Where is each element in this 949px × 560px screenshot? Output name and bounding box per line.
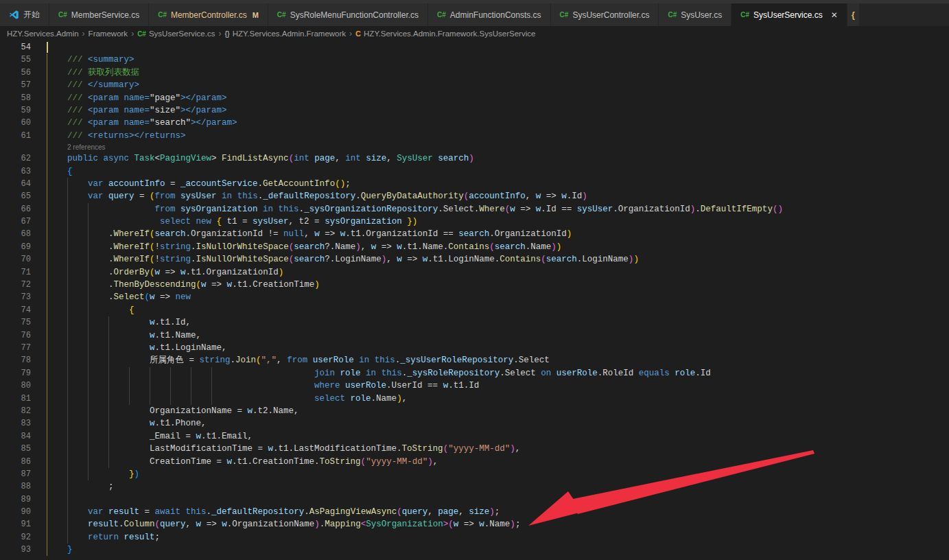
code-token: .RoleId — [598, 369, 634, 378]
tab-MemberService.cs[interactable]: C#MemberService.cs — [49, 3, 149, 26]
code-text: _Email = w.t1.Email, — [47, 430, 253, 443]
code-token: /// — [47, 68, 88, 78]
breadcrumb-item[interactable]: {}HZY.Services.Admin.Framework — [224, 30, 346, 38]
code-line[interactable]: 84 _Email = w.t1.Email, — [0, 430, 949, 443]
breadcrumb-item[interactable]: CHZY.Services.Admin.Framework.SysUserSer… — [355, 30, 535, 38]
code-token: /// — [47, 118, 88, 128]
line-number: 71 — [0, 266, 47, 279]
tab-AdminFunctionConsts.cs[interactable]: C#AdminFunctionConsts.cs — [428, 3, 551, 26]
line-number: 54 — [0, 41, 47, 54]
breadcrumb-item[interactable]: HZY.Services.Admin — [7, 30, 79, 38]
tab-SysUser.cs[interactable]: C#SysUser.cs — [659, 3, 731, 26]
code-token: in — [217, 191, 233, 201]
code-line[interactable]: 62 public async Task<PagingView> FindLis… — [0, 152, 949, 165]
code-text: /// <param name="search"></param> — [47, 117, 237, 129]
code-line[interactable]: 79 join role in this._sysRoleRepository.… — [0, 367, 949, 380]
code-line[interactable]: 75 w.t1.Id, — [0, 316, 949, 329]
code-token: size — [469, 507, 489, 517]
code-token: ) — [489, 507, 495, 517]
code-line[interactable]: 89 — [0, 493, 949, 506]
breadcrumb[interactable]: HZY.Services.Admin›Framework›C#SysUserSe… — [0, 26, 949, 41]
tab-MemberController.cs[interactable]: C#MemberController.csM — [149, 3, 268, 26]
code-line[interactable]: 85 LastModificationTime = w.t1.LastModif… — [0, 443, 949, 455]
code-line[interactable]: 55 /// <summary> — [0, 54, 949, 66]
line-number: 60 — [0, 117, 47, 129]
tab-json-file[interactable]: { — [847, 3, 860, 26]
code-line[interactable]: 86 CreationTime = w.t1.CreationTime.ToSt… — [0, 456, 949, 468]
breadcrumb-item[interactable]: C#SysUserService.cs — [137, 30, 215, 38]
code-line[interactable]: 87 }) — [0, 468, 949, 480]
tab-开始[interactable]: 开始 — [0, 3, 49, 26]
code-line[interactable]: 91 result.Column(query, w => w.Organizat… — [0, 518, 949, 530]
code-token: . — [231, 355, 236, 365]
code-line[interactable]: 60 /// <param name="search"></param> — [0, 117, 949, 129]
code-line[interactable]: 73 .Select(w => new — [0, 291, 949, 303]
code-line[interactable]: 67 select new { t1 = sysUser, t2 = sysOr… — [0, 215, 949, 228]
line-number: 70 — [0, 253, 47, 266]
code-line[interactable]: 65 var query = (from sysUser in this._de… — [0, 190, 949, 202]
code-token: on — [536, 369, 552, 378]
code-token: IsNullOrWhiteSpace — [196, 242, 289, 252]
code-line[interactable]: 76 w.t1.Name, — [0, 329, 949, 342]
code-token: .t2.Name, — [253, 406, 299, 416]
code-line[interactable]: 81 select role.Name), — [0, 393, 949, 405]
code-line[interactable]: 83 w.t1.Phone, — [0, 417, 949, 430]
code-line[interactable]: 68 .WhereIf(search.OrganizationId != nul… — [0, 228, 949, 240]
code-token: select — [160, 217, 191, 226]
code-token: role — [670, 369, 696, 378]
code-line[interactable]: 78 所属角色 = string.Join(",", from userRole… — [0, 354, 949, 366]
code-editor[interactable]: 5455 /// <summary>56 /// 获取列表数据57 /// </… — [0, 41, 949, 560]
code-token: where — [314, 381, 340, 390]
code-line[interactable]: 82 OrganizationName = w.t2.Name, — [0, 405, 949, 417]
code-line[interactable]: 88 ; — [0, 480, 949, 493]
tab-SysUserService.cs[interactable]: C#SysUserService.cs✕ — [731, 3, 847, 26]
line-number: 72 — [0, 279, 47, 291]
code-line[interactable]: 63 { — [0, 165, 949, 178]
code-line[interactable]: 66 from sysOrganization in this._sysOrga… — [0, 203, 949, 215]
breadcrumb-separator-icon: › — [218, 29, 221, 38]
code-token: ) — [279, 268, 284, 277]
code-token: Join — [235, 355, 256, 365]
code-line[interactable]: 56 /// 获取列表数据 — [0, 67, 949, 79]
code-line[interactable]: 59 /// <param name="size"></param> — [0, 104, 949, 117]
codelens-references[interactable]: 2 references — [47, 142, 106, 152]
code-token: } — [67, 545, 73, 555]
line-number: 93 — [0, 544, 47, 556]
tab-SysRoleMenuFunctionController.cs[interactable]: C#SysRoleMenuFunctionController.cs — [268, 3, 428, 26]
code-line[interactable]: 93 } — [0, 544, 949, 556]
code-token: string — [200, 355, 231, 365]
line-number: 83 — [0, 417, 47, 430]
code-token: }) — [402, 217, 418, 226]
code-token: result — [119, 533, 155, 542]
code-token: w — [180, 268, 186, 277]
code-token: w — [222, 520, 227, 529]
code-line[interactable]: 57 /// </summary> — [0, 79, 949, 91]
code-line[interactable]: 64 var accountInfo = _accountService.Get… — [0, 178, 949, 190]
code-line[interactable]: 69 .WhereIf(!string.IsNullOrWhiteSpace(s… — [0, 241, 949, 253]
code-token: query — [160, 520, 186, 529]
code-token: SysUser — [397, 154, 433, 163]
code-line[interactable]: 54 — [0, 41, 949, 54]
code-line[interactable]: 71 .OrderBy(w => w.t1.OrganizationId) — [0, 266, 949, 279]
code-line[interactable]: 61 /// <returns></returns> — [0, 130, 949, 142]
code-line[interactable]: 77 w.t1.LoginName, — [0, 342, 949, 354]
code-line[interactable]: 90 var result = await this._defaultRepos… — [0, 506, 949, 518]
line-number: 69 — [0, 241, 47, 253]
code-token: <param name= — [88, 118, 150, 128]
code-token: sysUser — [253, 217, 289, 226]
code-line[interactable]: 72 .ThenByDescending(w => w.t1.CreationT… — [0, 279, 949, 291]
tab-SysUserController.cs[interactable]: C#SysUserController.cs — [551, 3, 659, 26]
line-number: 62 — [0, 152, 47, 165]
code-token: = — [134, 191, 150, 201]
code-text: return result; — [47, 531, 160, 544]
close-icon[interactable]: ✕ — [831, 10, 838, 20]
code-token: ThenByDescending — [114, 280, 196, 290]
breadcrumb-item[interactable]: Framework — [89, 30, 128, 38]
code-line[interactable]: 92 return result; — [0, 531, 949, 544]
code-token: .OrganizationName — [227, 520, 315, 529]
code-line[interactable]: 58 /// <param name="page"></param> — [0, 92, 949, 104]
code-line[interactable]: 74 { — [0, 304, 949, 316]
code-token: .Select — [513, 355, 550, 365]
code-line[interactable]: 70 .WhereIf(!string.IsNullOrWhiteSpace(s… — [0, 253, 949, 266]
code-line[interactable]: 80 where userRole.UserId == w.t1.Id — [0, 380, 949, 392]
